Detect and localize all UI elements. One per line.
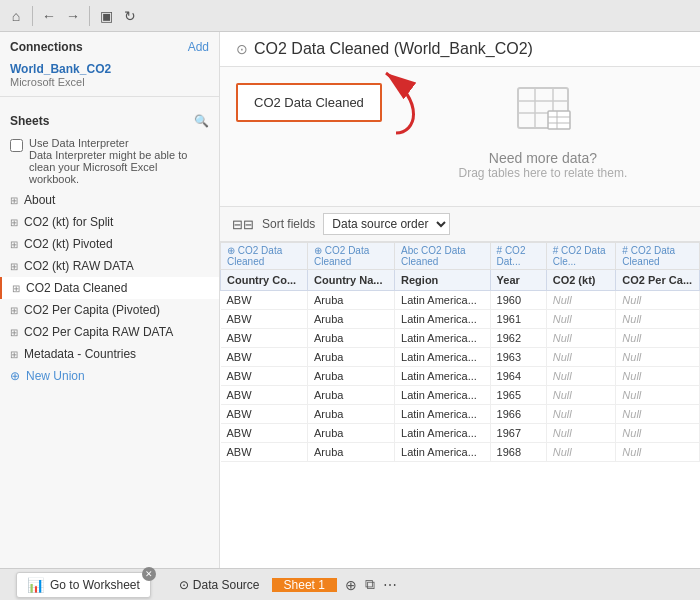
cell-1-5: Null (616, 310, 700, 329)
table-row: ABWArubaLatin America...1967NullNull (221, 424, 700, 443)
add-connection-button[interactable]: Add (188, 40, 209, 54)
table-placeholder-icon (513, 83, 573, 142)
grid-icon: ⊞ (10, 261, 18, 272)
col-source-3: # CO2 Dat... (490, 243, 546, 270)
connections-header: Connections Add (0, 32, 219, 58)
sidebar-item-co2kt-split[interactable]: ⊞ CO2 (kt) for Split (0, 211, 219, 233)
toolbar: ⌂ ← → ▣ ↻ (0, 0, 700, 32)
table-row: ABWArubaLatin America...1963NullNull (221, 348, 700, 367)
cell-6-4: Null (546, 405, 616, 424)
cell-4-3: 1964 (490, 367, 546, 386)
grid-icon: ⊞ (12, 283, 20, 294)
col-header-0: Country Co... (221, 270, 308, 291)
connection-type: Microsoft Excel (10, 76, 209, 88)
close-goto-button[interactable]: ✕ (142, 567, 156, 581)
forward-icon[interactable]: → (65, 8, 81, 24)
cell-0-4: Null (546, 291, 616, 310)
back-icon[interactable]: ← (41, 8, 57, 24)
cell-8-1: Aruba (308, 443, 395, 462)
grid-icon: ⊞ (10, 217, 18, 228)
cell-2-5: Null (616, 329, 700, 348)
page-title-icon: ⊙ (236, 41, 248, 57)
sidebar: Connections Add World_Bank_CO2 Microsoft… (0, 32, 220, 568)
goto-worksheet-button[interactable]: 📊 Go to Worksheet ✕ (16, 572, 151, 598)
data-interpreter-desc: Data Interpreter might be able to clean … (29, 149, 187, 185)
table-row: ABWArubaLatin America...1964NullNull (221, 367, 700, 386)
separator (89, 6, 90, 26)
table-card[interactable]: CO2 Data Cleaned (236, 83, 382, 122)
sheet-name: CO2 (kt) Pivoted (24, 237, 113, 251)
cell-6-0: ABW (221, 405, 308, 424)
refresh-icon[interactable]: ↻ (122, 8, 138, 24)
new-union-item[interactable]: ⊕ New Union (0, 365, 219, 387)
col-header-3: Year (490, 270, 546, 291)
col-source-5: # CO2 Data Cleaned (616, 243, 700, 270)
cell-6-3: 1966 (490, 405, 546, 424)
cell-2-0: ABW (221, 329, 308, 348)
sidebar-item-about[interactable]: ⊞ About (0, 189, 219, 211)
cell-3-3: 1963 (490, 348, 546, 367)
svg-rect-6 (548, 111, 570, 129)
more-options-icon[interactable]: ⋯ (381, 575, 399, 595)
sheets-label: Sheets (10, 114, 49, 128)
cell-0-1: Aruba (308, 291, 395, 310)
cell-0-0: ABW (221, 291, 308, 310)
cell-7-5: Null (616, 424, 700, 443)
grid-icon: ⊞ (10, 327, 18, 338)
connection-item[interactable]: World_Bank_CO2 Microsoft Excel (0, 58, 219, 97)
sheet-name: About (24, 193, 55, 207)
sidebar-item-co2-cleaned[interactable]: ⊞ CO2 Data Cleaned (0, 277, 219, 299)
cell-5-4: Null (546, 386, 616, 405)
cell-4-4: Null (546, 367, 616, 386)
connections-label: Connections (10, 40, 83, 54)
col-header-4: CO2 (kt) (546, 270, 616, 291)
sidebar-item-co2kt-raw[interactable]: ⊞ CO2 (kt) RAW DATA (0, 255, 219, 277)
sort-order-select[interactable]: Data source order Table name order (323, 213, 450, 235)
cell-5-0: ABW (221, 386, 308, 405)
cell-7-4: Null (546, 424, 616, 443)
home-icon[interactable]: ⌂ (8, 8, 24, 24)
data-source-tab[interactable]: ⊙ Data Source (167, 578, 272, 592)
sheet-name: Metadata - Countries (24, 347, 136, 361)
cell-0-5: Null (616, 291, 700, 310)
cell-3-5: Null (616, 348, 700, 367)
cell-2-3: 1962 (490, 329, 546, 348)
cell-2-2: Latin America... (395, 329, 491, 348)
cell-4-0: ABW (221, 367, 308, 386)
canvas-area: CO2 Data Cleaned (220, 67, 700, 207)
cell-0-2: Latin America... (395, 291, 491, 310)
need-more-data-title: Need more data? (489, 150, 597, 166)
cell-4-5: Null (616, 367, 700, 386)
cell-5-2: Latin America... (395, 386, 491, 405)
goto-worksheet-label: Go to Worksheet (50, 578, 140, 592)
table-row: ABWArubaLatin America...1962NullNull (221, 329, 700, 348)
sidebar-item-metadata[interactable]: ⊞ Metadata - Countries (0, 343, 219, 365)
page-title-bar: ⊙ CO2 Data Cleaned (World_Bank_CO2) (220, 32, 700, 67)
cell-5-5: Null (616, 386, 700, 405)
cell-7-2: Latin America... (395, 424, 491, 443)
data-table-wrapper[interactable]: ⊕ CO2 Data Cleaned ⊕ CO2 Data Cleaned Ab… (220, 242, 700, 568)
separator (32, 6, 33, 26)
save-icon[interactable]: ▣ (98, 8, 114, 24)
grid-icon: ⊞ (10, 195, 18, 206)
add-sheet-icon[interactable]: ⊕ (343, 575, 359, 595)
sidebar-item-co2-per-capita-pivoted[interactable]: ⊞ CO2 Per Capita (Pivoted) (0, 299, 219, 321)
data-interpreter-checkbox[interactable] (10, 139, 23, 152)
data-interpreter-label: Use Data Interpreter (29, 137, 129, 149)
sidebar-item-co2kt-pivoted[interactable]: ⊞ CO2 (kt) Pivoted (0, 233, 219, 255)
search-icon[interactable]: 🔍 (193, 113, 209, 129)
cell-8-3: 1968 (490, 443, 546, 462)
need-more-data-sub: Drag tables here to relate them. (459, 166, 628, 180)
need-more-data-panel: Need more data? Drag tables here to rela… (402, 83, 684, 180)
table-row: ABWArubaLatin America...1968NullNull (221, 443, 700, 462)
duplicate-sheet-icon[interactable]: ⧉ (363, 574, 377, 595)
cell-7-1: Aruba (308, 424, 395, 443)
grid-icon: ⊞ (10, 349, 18, 360)
sheet1-tab[interactable]: Sheet 1 (272, 578, 337, 592)
cell-5-1: Aruba (308, 386, 395, 405)
col-header-2: Region (395, 270, 491, 291)
sidebar-item-co2-per-capita-raw[interactable]: ⊞ CO2 Per Capita RAW DATA (0, 321, 219, 343)
content-area: ⊙ CO2 Data Cleaned (World_Bank_CO2) CO2 … (220, 32, 700, 568)
cell-1-2: Latin America... (395, 310, 491, 329)
sheet-name: CO2 Per Capita RAW DATA (24, 325, 173, 339)
